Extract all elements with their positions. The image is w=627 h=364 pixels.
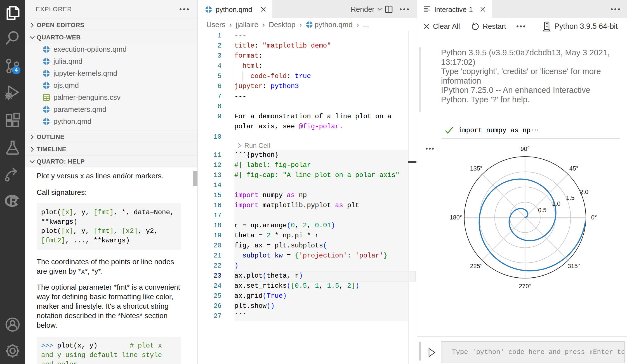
svg-text:45°: 45° xyxy=(569,165,579,172)
svg-text:270°: 270° xyxy=(519,283,531,290)
svg-text:2.0: 2.0 xyxy=(580,189,588,195)
svg-text:225°: 225° xyxy=(470,263,482,270)
svg-text:1.5: 1.5 xyxy=(566,195,574,201)
svg-text:0.5: 0.5 xyxy=(538,207,546,214)
svg-text:135°: 135° xyxy=(470,165,482,172)
svg-text:R: R xyxy=(10,195,18,207)
svg-text:315°: 315° xyxy=(568,263,580,270)
svg-text:90°: 90° xyxy=(520,146,530,152)
svg-text:180°: 180° xyxy=(450,214,462,221)
svg-text:1.0: 1.0 xyxy=(552,200,560,207)
svg-text:0°: 0° xyxy=(591,214,597,221)
